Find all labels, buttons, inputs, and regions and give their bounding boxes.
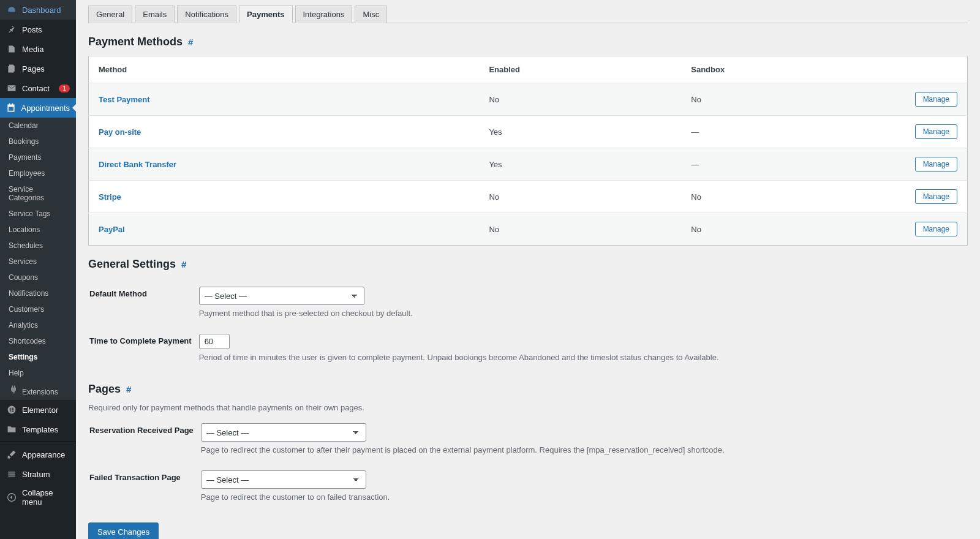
sidebar-subitem[interactable]: Service Tags [0,206,76,222]
time-complete-input[interactable] [199,334,230,349]
desc-default-method: Payment method that is pre-selected on c… [199,309,967,318]
sidebar-subitem-label: Service Tags [9,209,50,218]
tab-general[interactable]: General [88,6,132,23]
manage-button[interactable]: Manage [915,92,957,107]
section-title-methods: Payment Methods # [88,36,968,48]
sidebar-subitem-label: Coupons [9,273,38,282]
anchor-link[interactable]: # [188,37,193,47]
manage-button[interactable]: Manage [915,124,957,139]
sidebar-subitem[interactable]: Extensions [0,381,76,400]
sidebar-subitem[interactable]: Calendar [0,118,76,134]
sidebar-subitem[interactable]: Coupons [0,270,76,285]
cell-enabled: Yes [479,116,681,148]
failed-page-select[interactable]: — Select — [201,470,366,489]
sidebar-item-dashboard[interactable]: Dashboard [0,0,76,20]
method-link[interactable]: Stripe [99,192,121,202]
sidebar-subitem-label: Extensions [22,388,58,396]
anchor-link[interactable]: # [126,384,131,394]
sidebar-item-contact[interactable]: Contact1 [0,78,76,98]
method-link[interactable]: Test Payment [99,95,150,104]
sidebar-item-posts[interactable]: Posts [0,20,76,39]
sidebar-subitem-label: Services [9,257,37,266]
sidebar-subitem[interactable]: Shortcodes [0,333,76,349]
manage-button[interactable]: Manage [915,157,957,172]
label-time-complete: Time to Complete Payment [89,326,198,369]
sidebar-subitem[interactable]: Customers [0,301,76,317]
table-row: PayPalNoNoManage [89,213,968,246]
cell-sandbox: — [681,116,894,148]
general-settings-form: Default Method — Select — Payment method… [88,278,968,371]
table-row: Direct Bank TransferYes—Manage [89,148,968,181]
cell-enabled: No [479,83,681,116]
sidebar-subitem-label: Analytics [9,321,38,330]
col-enabled: Enabled [479,56,681,83]
sidebar-item-label: Collapse menu [22,488,70,507]
sidebar-subitem[interactable]: Employees [0,165,76,181]
sidebar-subitem-label: Shortcodes [9,337,46,345]
sidebar-item-label: Appearance [22,450,70,459]
svg-rect-4 [12,411,13,412]
desc-failed-page: Page to redirect the customer to on fail… [201,492,967,502]
payment-methods-table: Method Enabled Sandbox Test PaymentNoNoM… [88,56,968,246]
sidebar-subitem[interactable]: Locations [0,222,76,238]
method-link[interactable]: PayPal [99,225,125,234]
sidebar-item-pages[interactable]: Pages [0,59,76,78]
sidebar-item-media[interactable]: Media [0,39,76,59]
sidebar-subitem-label: Notifications [9,289,48,298]
main-content: GeneralEmailsNotificationsPaymentsIntegr… [76,5,980,539]
cell-enabled: Yes [479,148,681,181]
sidebar-item-stratum[interactable]: Stratum [0,464,76,484]
sidebar-item-label: Contact [22,84,56,93]
sidebar-item-collapse[interactable]: Collapse menu [0,484,76,511]
reservation-page-select[interactable]: — Select — [201,423,366,442]
sidebar-item-elementor[interactable]: Elementor [0,400,76,420]
svg-rect-2 [12,408,13,409]
save-changes-button[interactable]: Save Changes [88,522,159,539]
cell-enabled: No [479,181,681,213]
tab-payments[interactable]: Payments [239,6,292,23]
sidebar-subitem[interactable]: Service Categories [0,181,76,206]
notification-badge: 1 [59,85,70,92]
sidebar-item-appearance[interactable]: Appearance [0,445,76,464]
sidebar-separator [0,442,76,442]
sidebar-item-label: Posts [22,25,70,34]
sidebar-subitem-label: Employees [9,169,45,178]
sidebar-item-appointments[interactable]: Appointments [0,98,76,118]
sidebar-subitem[interactable]: Services [0,254,76,270]
stratum-icon [6,469,17,480]
label-reservation-page: Reservation Received Page [89,416,200,462]
sidebar-item-label: Templates [22,425,70,434]
sidebar-subitem[interactable]: Schedules [0,238,76,254]
sidebar-subitem[interactable]: Notifications [0,285,76,301]
sidebar-subitem-label: Customers [9,305,44,314]
tab-notifications[interactable]: Notifications [177,6,236,23]
method-link[interactable]: Pay on-site [99,127,141,137]
sidebar-subitem[interactable]: Settings [0,349,76,365]
elementor-icon [6,404,17,415]
mail-icon [6,83,17,94]
cell-sandbox: No [681,181,894,213]
sidebar-item-label: Dashboard [22,6,70,15]
default-method-select[interactable]: — Select — [199,287,364,305]
anchor-link[interactable]: # [181,259,186,270]
svg-rect-3 [12,409,13,410]
method-link[interactable]: Direct Bank Transfer [99,160,176,169]
tab-integrations[interactable]: Integrations [295,6,353,23]
manage-button[interactable]: Manage [915,222,957,236]
sidebar-subitem[interactable]: Payments [0,149,76,165]
sidebar-subitem[interactable]: Help [0,365,76,381]
pages-icon [6,63,17,74]
admin-sidebar: DashboardPostsMediaPagesContact1Appointm… [0,0,76,539]
sidebar-subitem[interactable]: Bookings [0,134,76,149]
svg-rect-1 [10,408,11,412]
col-method: Method [89,56,480,83]
sidebar-subitem-label: Schedules [9,241,43,250]
cell-enabled: No [479,213,681,246]
table-row: Test PaymentNoNoManage [89,83,968,116]
sidebar-subitem[interactable]: Analytics [0,317,76,333]
collapse-icon [6,492,17,503]
tab-emails[interactable]: Emails [135,6,175,23]
sidebar-item-templates[interactable]: Templates [0,420,76,439]
tab-misc[interactable]: Misc [355,6,387,23]
manage-button[interactable]: Manage [915,189,957,204]
